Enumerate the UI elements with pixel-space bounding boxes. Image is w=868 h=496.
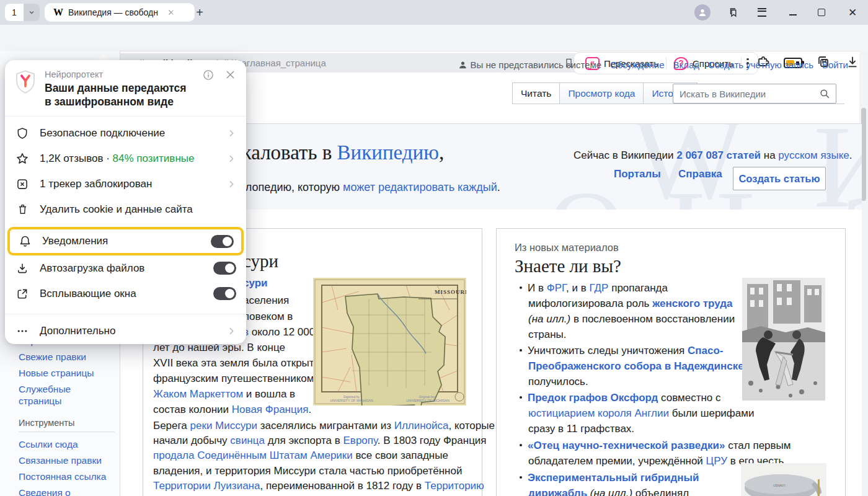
popup-item-tracker[interactable]: 1 трекер заблокирован — [5, 171, 246, 197]
browser-tab-wikipedia[interactable]: W Википедия — свободн — [45, 3, 195, 22]
wiki-link[interactable]: «Отец научно-технической разведки» — [528, 440, 725, 451]
tab-list-chevron-button[interactable] — [24, 4, 40, 21]
wiki-link[interactable]: ФРГ — [547, 282, 566, 294]
minimize-button[interactable] — [784, 4, 802, 20]
watermark-letter: О — [548, 167, 624, 210]
popup-item-popup-window[interactable]: Всплывающие окна — [5, 281, 246, 306]
sidebar-link[interactable]: Служебные страницы — [19, 383, 112, 407]
wiki-link[interactable]: 2 067 087 статей — [676, 149, 761, 161]
wiki-search-box[interactable] — [673, 84, 836, 104]
personal-link[interactable]: Создать учётную запись — [708, 60, 813, 70]
download-icon — [15, 262, 30, 275]
trash-icon — [15, 203, 30, 216]
wiki-link[interactable]: реки Миссури — [190, 420, 257, 432]
wiki-sidebar-links: СправкаСвежие правкиНовые страницыСлужеб… — [19, 335, 112, 496]
wiki-link[interactable]: Иллинойса — [394, 420, 449, 432]
text-line: дирижабль (на илл.) объединял — [528, 487, 689, 496]
text-segment: заселялись мигрантами из — [257, 420, 394, 432]
sidebar-link[interactable]: Ссылки сюда — [19, 438, 112, 450]
text-line: сразу в 11 графствах. — [528, 423, 634, 435]
toggle-download[interactable] — [213, 262, 236, 275]
wiki-link[interactable]: дирижабль — [528, 487, 587, 496]
wiki-link[interactable]: русском языке — [778, 149, 849, 161]
text-segment: . В 1803 году Франция — [378, 435, 487, 446]
text-segment: аселения — [243, 294, 289, 306]
text-line: XVII века эта земля была открыта — [153, 357, 320, 370]
wiki-link[interactable]: юстициарием короля Англии — [528, 407, 669, 419]
toggle-popup-window[interactable] — [213, 287, 236, 300]
wiki-link[interactable]: Новая Франция — [232, 404, 309, 415]
sidebar-link[interactable]: Постоянная ссылка — [19, 471, 112, 482]
wiki-link[interactable]: ЦРУ — [706, 455, 727, 467]
positive-reviews-value: 84% позитивные — [113, 153, 195, 164]
wiki-link[interactable]: продала Соединённым Штатам Америки — [153, 450, 353, 461]
popup-item-bell[interactable]: Уведомления — [10, 229, 241, 253]
bookmarks-icon — [728, 7, 739, 18]
restore-window-button[interactable] — [812, 4, 831, 20]
scrollbar-thumb[interactable] — [861, 108, 866, 201]
popup-item-trash[interactable]: Удалить cookie и данные сайта — [5, 197, 246, 222]
text-segment: , переименованной в 1812 году в — [260, 480, 424, 492]
chevron-down-icon — [28, 9, 35, 16]
missouri-map-image[interactable]: MISSOURI Digitized by UNIVERSITY OF MICH… — [313, 278, 466, 405]
wiki-link[interactable]: Европу — [343, 435, 378, 446]
tab-counter-button[interactable]: 1 — [5, 4, 24, 21]
chevron-right-icon — [226, 154, 236, 164]
text-segment: состав колонии — [153, 404, 232, 415]
close-icon[interactable] — [224, 69, 236, 81]
sidebar-link[interactable]: Связанные правки — [19, 454, 112, 466]
sidebar-link[interactable]: Сведения о странице — [19, 487, 112, 496]
popup-item-more[interactable]: Дополнительно — [5, 318, 246, 343]
text-line: Экспериментальный гибридный — [520, 472, 699, 484]
wiki-link[interactable]: Преображенского собора в Надеждинске — [528, 360, 744, 372]
wiki-link[interactable]: Жаком Маркеттом — [153, 388, 243, 400]
wiki-page-tabs: ЧитатьПросмотр кодаИстория — [512, 83, 698, 104]
wiki-link[interactable]: Предок графов Оксфорд — [528, 392, 658, 404]
info-icon[interactable] — [203, 69, 214, 81]
wiki-tab-other[interactable]: Просмотр кода — [559, 82, 643, 104]
popup-item-star[interactable]: 1,2К отзывов · 84% позитивные — [5, 146, 246, 171]
wiki-link[interactable]: женского труда — [652, 298, 732, 309]
search-icon[interactable] — [819, 88, 830, 99]
browser-menu-button[interactable] — [753, 4, 771, 20]
popup-item-shield[interactable]: Безопасное подключение — [5, 120, 246, 146]
wiki-link[interactable]: Википедию — [337, 141, 439, 164]
bookmarks-panel-button[interactable] — [724, 4, 743, 20]
toggle-bell[interactable] — [211, 235, 234, 248]
portals-link[interactable]: Порталы — [614, 168, 661, 180]
personal-link[interactable]: Вклад — [673, 60, 699, 70]
bullet-dot — [520, 476, 522, 479]
create-article-button[interactable]: Создать статью — [733, 167, 826, 190]
wiki-link[interactable]: Территорию — [425, 480, 484, 492]
chevron-right-icon — [226, 179, 236, 189]
help-link[interactable]: Справка — [678, 168, 722, 180]
text-segment: , которые — [449, 420, 495, 432]
wiki-link[interactable]: Спасо- — [688, 345, 724, 356]
wiki-link[interactable]: Территории Луизиана — [153, 480, 260, 492]
browser-tab-bar: 1 W Википедия — свободн + ✕ — [0, 0, 868, 25]
airship-photo[interactable]: USNAVY — [741, 463, 826, 496]
popup-title: Ваши данные передаютсяв зашифрованном ви… — [45, 81, 186, 108]
wiki-link[interactable]: ГДР — [590, 282, 609, 294]
sidebar-link[interactable]: Новые страницы — [19, 367, 112, 379]
wiki-link[interactable]: может редактировать каждый — [343, 181, 497, 193]
text-segment: в послевоенном восстановлении — [570, 313, 735, 325]
popup-header: Нейропротект Ваши данные передаютсяв заш… — [5, 60, 246, 117]
wiki-tab-read[interactable]: Читать — [512, 82, 559, 104]
profile-avatar[interactable] — [694, 4, 711, 20]
neuroprotect-popup: Нейропротект Ваши данные передаютсяв заш… — [5, 60, 246, 344]
wiki-link[interactable]: Экспериментальный гибридный — [528, 472, 699, 484]
personal-link[interactable]: Войти — [822, 60, 848, 70]
popup-item-download[interactable]: Автозагрузка файлов — [5, 255, 246, 281]
close-window-button[interactable]: ✕ — [843, 4, 862, 20]
wiki-search-input[interactable] — [673, 89, 819, 99]
rubble-women-photo[interactable] — [742, 278, 825, 401]
new-tab-button[interactable]: + — [190, 3, 210, 22]
popup-item-label: 1 трекер заблокирован — [40, 178, 226, 190]
personal-link[interactable]: Обсуждение — [610, 60, 664, 70]
text-segment: и вошла в — [243, 388, 295, 400]
sidebar-link[interactable]: Свежие правки — [19, 351, 112, 363]
text-segment: (на илл.) — [590, 487, 632, 496]
wiki-link[interactable]: сури — [243, 277, 268, 289]
wiki-link[interactable]: свинца — [230, 435, 265, 446]
